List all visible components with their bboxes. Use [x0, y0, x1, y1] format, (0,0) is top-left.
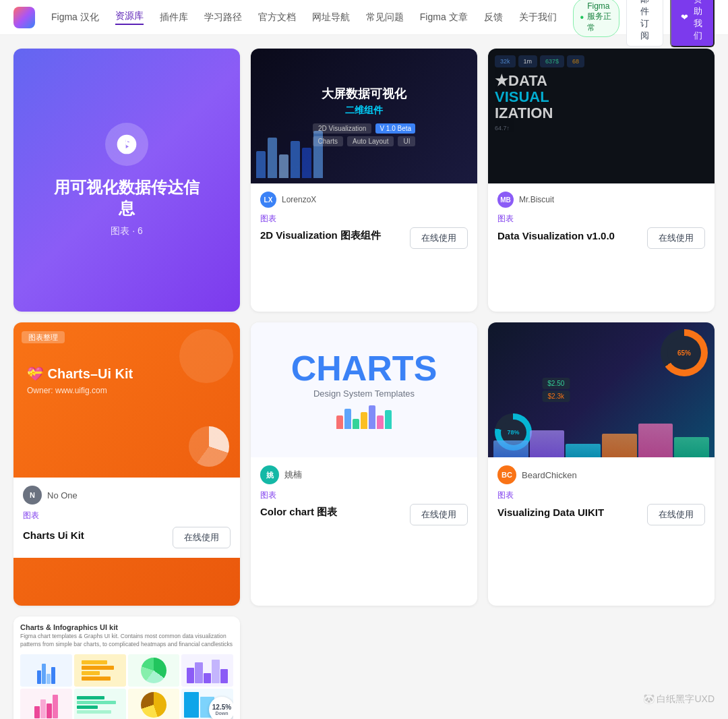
author-name-yaonan: 姚楠 — [284, 469, 302, 481]
nav-learning[interactable]: 学习路径 — [204, 11, 242, 24]
author-avatar-noone: N — [23, 486, 42, 505]
mail-subscribe-button[interactable]: 邮件订阅 — [626, 0, 664, 47]
card-data-vis-category[interactable]: 图表 — [497, 213, 705, 225]
card-vis-data-thumb: 65% 78% $2.50 $2.3k — [488, 322, 715, 457]
card-vis-data-use-btn[interactable]: 在线使用 — [647, 504, 705, 525]
hero-icon — [105, 123, 148, 166]
card-color-chart: CHARTS Design System Templates 姚 姚楠 图表 C… — [251, 322, 477, 606]
hero-subtitle: 图表 · 6 — [111, 225, 142, 237]
card-data-vis-thumb: 32k 1m 637$ 68 ★DATAVISUALIZATION 64.7↑ — [488, 49, 715, 183]
nav-figma-articles[interactable]: Figma 文章 — [420, 11, 468, 24]
nav-figma-hanhua[interactable]: Figma 汉化 — [51, 11, 99, 24]
card-data-vis-use-btn[interactable]: 在线使用 — [647, 227, 705, 249]
support-icon: ❤ — [681, 12, 688, 22]
nav-about[interactable]: 关于我们 — [519, 11, 557, 24]
navigation: Figma 汉化 资源库 插件库 学习路径 官方文档 网址导航 常见问题 Fig… — [0, 0, 728, 35]
card-2d-viz-thumb: 大屏数据可视化 二维组件 2D Visualization V 1.0 Beta… — [251, 49, 477, 183]
card-2d-viz-body: LX LorenzoX 图表 2D Visualization 图表组件 在线使… — [251, 183, 477, 258]
card-color-chart-body: 姚 姚楠 图表 Color chart 图表 在线使用 — [251, 457, 477, 535]
nav-official-docs[interactable]: 官方文档 — [258, 11, 296, 24]
nav-url-nav[interactable]: 网址导航 — [312, 11, 350, 24]
card-charts-ui-kit: 图表整理 💝 Charts–Ui Kit Owner: www.uifig.co… — [13, 322, 240, 606]
nav-plugins[interactable]: 插件库 — [160, 11, 188, 24]
orange-tag: 图表整理 — [22, 331, 65, 343]
card-2d-viz-footer: 2D Visualization 图表组件 在线使用 — [260, 227, 468, 249]
card-vis-data-title: Visualizing Data UIKIT — [497, 507, 604, 518]
card-color-chart-thumb: CHARTS Design System Templates — [251, 322, 477, 457]
card-color-chart-title: Color chart 图表 — [260, 506, 337, 519]
card-2d-viz-use-btn[interactable]: 在线使用 — [410, 227, 468, 249]
orange-owner: Owner: www.uifig.com — [27, 386, 226, 395]
site-logo[interactable] — [13, 7, 35, 28]
support-button[interactable]: ❤ 赞助我们 — [670, 0, 715, 47]
card-figma-charts-inf-thumb: Charts & Infographics UI kit Figma chart… — [13, 616, 240, 719]
card-charts-ui-kit-title: Charts Ui Kit — [23, 529, 84, 541]
nav-feedback[interactable]: 反馈 — [484, 11, 503, 24]
card-figma-charts-inf: Charts & Infographics UI kit Figma chart… — [13, 616, 240, 719]
card-charts-ui-kit-use-btn[interactable]: 在线使用 — [173, 527, 231, 548]
thumb-2d-title: 大屏数据可视化 — [313, 86, 416, 102]
card-data-vis: 32k 1m 637$ 68 ★DATAVISUALIZATION 64.7↑ … — [488, 49, 715, 312]
card-2d-viz-category[interactable]: 图表 — [260, 213, 468, 225]
author-avatar-beardchicken: BC — [497, 465, 516, 484]
card-2d-viz-title: 2D Visualization 图表组件 — [260, 229, 381, 242]
card-color-chart-footer: Color chart 图表 在线使用 — [260, 504, 468, 525]
author-avatar-yaonan: 姚 — [260, 465, 279, 484]
inf-main-sub: Figma chart templates & Graphs UI kit. C… — [20, 633, 233, 649]
nav-faq[interactable]: 常见问题 — [366, 11, 404, 24]
card-vis-data-uikit: 65% 78% $2.50 $2.3k BC BeardChick — [488, 322, 715, 606]
card-charts-ui-kit-body: N No One 图表 Charts Ui Kit 在线使用 — [13, 478, 240, 558]
card-charts-ui-kit-top: 图表整理 💝 Charts–Ui Kit Owner: www.uifig.co… — [13, 322, 240, 478]
card-data-vis-footer: Data Visualization v1.0.0 在线使用 — [497, 227, 705, 249]
card-color-chart-use-btn[interactable]: 在线使用 — [410, 504, 468, 525]
card-2d-viz: 大屏数据可视化 二维组件 2D Visualization V 1.0 Beta… — [251, 49, 477, 312]
author-avatar-lorenzox: LX — [260, 192, 276, 208]
nav-resources[interactable]: 资源库 — [115, 10, 144, 25]
card-vis-data-footer: Visualizing Data UIKIT 在线使用 — [497, 504, 705, 525]
deco-circle — [179, 329, 233, 383]
hero-title: 用可视化数据传达信息 — [34, 177, 220, 219]
status-text: Figma 服务正常 — [587, 1, 611, 34]
card-vis-data-category[interactable]: 图表 — [497, 490, 705, 501]
hero-card: 用可视化数据传达信息 图表 · 6 — [13, 49, 240, 312]
nav-right-actions: Figma 服务正常 邮件订阅 ❤ 赞助我们 — [573, 0, 715, 47]
support-label: 赞助我们 — [692, 0, 704, 42]
watermark: 🐼 白纸黑字UXD — [643, 693, 715, 706]
author-avatar-mrbiscuit: MB — [497, 192, 514, 208]
inf-main-title: Charts & Infographics UI kit — [20, 623, 233, 631]
card-vis-data-body: BC BeardChicken 图表 Visualizing Data UIKI… — [488, 457, 715, 535]
thumb-2d-subtitle: 二维组件 — [313, 105, 416, 117]
card-data-vis-body: MB Mr.Biscuit 图表 Data Visualization v1.0… — [488, 183, 715, 258]
card-data-vis-title: Data Visualization v1.0.0 — [497, 230, 615, 241]
author-name-noone: No One — [47, 490, 78, 500]
card-charts-ui-kit-footer: Charts Ui Kit 在线使用 — [23, 527, 231, 548]
card-color-chart-category[interactable]: 图表 — [260, 490, 468, 501]
author-name-mrbiscuit: Mr.Biscuit — [519, 195, 554, 204]
card-charts-ui-kit-category[interactable]: 图表 — [23, 510, 231, 521]
status-badge: Figma 服务正常 — [573, 0, 619, 37]
cards-grid: 用可视化数据传达信息 图表 · 6 大屏数据可视化 二维组件 2D Visual… — [0, 35, 728, 719]
author-name-beardchicken: BeardChicken — [522, 470, 577, 480]
author-name-lorenzox: LorenzoX — [282, 195, 316, 204]
